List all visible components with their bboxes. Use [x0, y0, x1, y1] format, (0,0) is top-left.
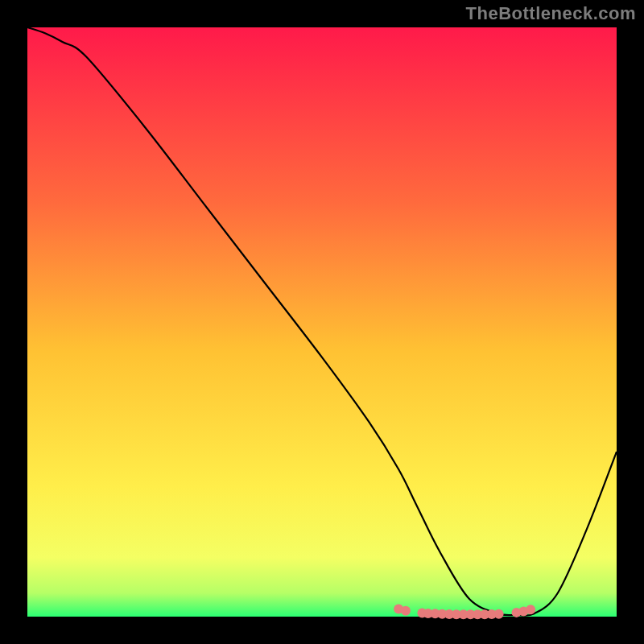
- bottom-marker: [526, 605, 535, 614]
- plot-background: [27, 27, 617, 617]
- bottleneck-chart: [0, 0, 644, 644]
- bottom-marker: [401, 606, 411, 616]
- chart-frame: TheBottleneck.com: [0, 0, 644, 644]
- watermark-text: TheBottleneck.com: [466, 3, 636, 24]
- bottom-marker: [494, 609, 504, 619]
